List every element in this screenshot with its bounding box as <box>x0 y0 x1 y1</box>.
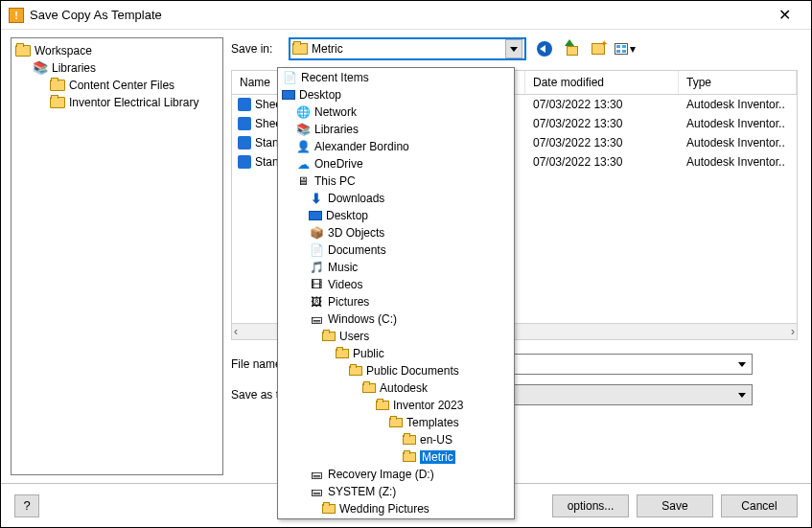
folder-icon <box>50 80 65 91</box>
desktop-icon <box>309 211 322 220</box>
chevron-down-icon: ▾ <box>630 42 636 56</box>
drive-icon <box>309 468 324 481</box>
save-button[interactable]: Save <box>637 494 713 517</box>
dropdown-item[interactable]: 3D Objects <box>278 224 514 241</box>
dropdown-item-label: Public <box>353 347 384 360</box>
dropdown-item[interactable]: Users <box>278 328 514 345</box>
libraries-icon <box>33 61 48 75</box>
dropdown-item[interactable]: Downloads <box>278 190 514 207</box>
view-menu-button[interactable]: ▾ <box>615 38 636 59</box>
dropdown-item-label: Recovery Image (D:) <box>328 468 434 481</box>
recent-icon <box>282 71 297 84</box>
dropdown-item[interactable]: Documents <box>278 241 514 259</box>
dropdown-item[interactable]: Inventor 2023 <box>278 397 514 414</box>
user-icon <box>295 140 311 153</box>
dropdown-item[interactable]: Recent Items <box>278 69 514 86</box>
sidebar-item-label: Workspace <box>35 44 92 57</box>
dropdown-item[interactable]: Desktop <box>278 207 514 224</box>
folder-icon <box>50 97 65 108</box>
music-icon <box>309 261 324 274</box>
dropdown-item[interactable]: Public Documents <box>278 362 514 379</box>
file-name: Stan <box>255 136 279 149</box>
folder-icon <box>322 332 336 341</box>
dropdown-item[interactable]: Wedding Pictures <box>278 500 514 517</box>
pictures-icon <box>309 295 324 309</box>
dropdown-item[interactable]: OneDrive <box>278 155 514 172</box>
new-folder-button[interactable] <box>588 38 609 59</box>
filename-dropdown-button[interactable] <box>734 356 750 373</box>
dropdown-item-label: OneDrive <box>314 157 363 171</box>
column-header-type[interactable]: Type <box>679 71 797 94</box>
network-icon <box>295 105 311 119</box>
window-title: Save Copy As Template <box>30 8 765 22</box>
file-date: 07/03/2022 13:30 <box>525 117 679 130</box>
cancel-button[interactable]: Cancel <box>721 494 798 517</box>
scroll-left-icon[interactable]: ‹ <box>234 325 238 338</box>
savein-dropdown-list: Recent ItemsDesktopNetworkLibrariesAlexa… <box>277 67 515 519</box>
dropdown-item[interactable]: Windows (C:) <box>278 310 514 328</box>
view-icon <box>615 43 628 55</box>
folder-icon <box>403 452 416 462</box>
dropdown-item[interactable]: Autodesk <box>278 379 514 397</box>
dropdown-item-label: Metric <box>420 450 455 464</box>
dropdown-item-label: SYSTEM (Z:) <box>328 485 396 498</box>
dropdown-item[interactable]: SYSTEM (Z:) <box>278 483 514 500</box>
sidebar-item-libraries[interactable]: Libraries <box>13 59 220 77</box>
savein-combo[interactable]: Metric <box>289 37 526 60</box>
dropdown-item[interactable]: Music <box>278 259 514 276</box>
dropdown-item[interactable]: Desktop <box>278 86 514 103</box>
dropdown-item[interactable]: Recovery Image (D:) <box>278 466 514 483</box>
dropdown-item[interactable]: Videos <box>278 276 514 293</box>
sidebar-item-inventor-electrical[interactable]: Inventor Electrical Library <box>13 94 220 111</box>
dropdown-item[interactable]: This PC <box>278 172 514 190</box>
up-button[interactable] <box>561 38 582 59</box>
dropdown-item[interactable]: Public <box>278 345 514 362</box>
dropdown-item[interactable]: Pictures <box>278 293 514 310</box>
file-type: Autodesk Inventor.. <box>679 155 797 169</box>
file-icon <box>238 117 251 130</box>
dropdown-item[interactable]: Network <box>278 103 514 121</box>
dropdown-item-label: Autodesk <box>380 381 428 395</box>
dropdown-item-label: Recent Items <box>301 71 369 84</box>
folder-icon <box>403 435 416 445</box>
back-button[interactable] <box>534 38 555 59</box>
dropdown-item-label: Desktop <box>299 88 341 102</box>
close-button[interactable]: ✕ <box>765 2 803 29</box>
file-type: Autodesk Inventor.. <box>679 136 797 149</box>
dropdown-item[interactable]: Metric <box>278 448 514 466</box>
dropdown-item-label: Music <box>328 261 358 274</box>
file-icon <box>238 98 251 111</box>
folder-icon <box>376 401 389 410</box>
sidebar-item-label: Content Center Files <box>69 79 174 92</box>
dropdown-item-label: Wedding Pictures <box>339 502 429 516</box>
file-type: Autodesk Inventor.. <box>679 98 797 111</box>
dropdown-item-label: Downloads <box>328 192 384 205</box>
3d-icon <box>309 226 324 240</box>
file-name: Stan <box>255 155 279 169</box>
sidebar-item-label: Inventor Electrical Library <box>69 96 198 109</box>
options-button[interactable]: options... <box>552 494 629 517</box>
file-date: 07/03/2022 13:30 <box>525 136 679 149</box>
file-date: 07/03/2022 13:30 <box>525 155 679 169</box>
dropdown-item[interactable]: Libraries <box>278 121 514 138</box>
saveastype-dropdown-button[interactable] <box>734 386 750 403</box>
file-date: 07/03/2022 13:30 <box>525 98 679 111</box>
dropdown-item-label: 3D Objects <box>328 226 384 240</box>
dropdown-item[interactable]: en-US <box>278 431 514 448</box>
dropdown-item[interactable]: Templates <box>278 414 514 431</box>
drive-icon <box>309 312 324 326</box>
folder-icon <box>292 43 308 55</box>
help-button[interactable]: ? <box>14 494 39 517</box>
dialog-window: ! Save Copy As Template ✕ Workspace Libr… <box>0 0 812 528</box>
dropdown-item[interactable]: Alexander Bordino <box>278 138 514 155</box>
sidebar-item-workspace[interactable]: Workspace <box>13 42 220 59</box>
folder-icon <box>15 45 31 57</box>
column-header-date[interactable]: Date modified <box>525 71 679 94</box>
dropdown-item-label: Alexander Bordino <box>314 140 409 153</box>
desktop-icon <box>282 90 295 100</box>
savein-dropdown-button[interactable] <box>505 39 522 58</box>
sidebar-item-content-center[interactable]: Content Center Files <box>13 77 220 94</box>
scroll-right-icon[interactable]: › <box>791 325 795 338</box>
places-sidebar: Workspace Libraries Content Center Files… <box>11 37 223 475</box>
app-icon: ! <box>9 8 24 23</box>
